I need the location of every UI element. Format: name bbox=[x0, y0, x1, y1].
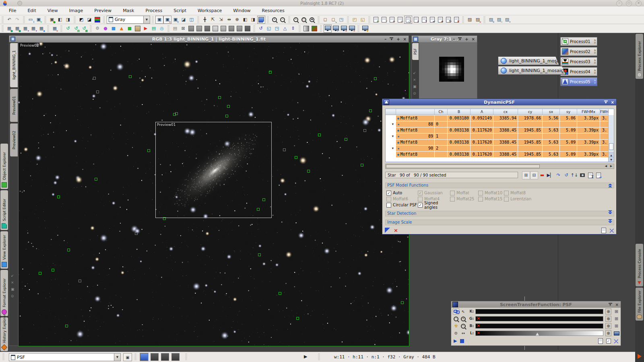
process-ellipse-icon[interactable]: ● bbox=[101, 25, 109, 33]
zoom-1-1-icon[interactable]: • bbox=[292, 16, 300, 24]
mask-slot-6-icon[interactable] bbox=[227, 25, 235, 33]
psf-window-titlebar[interactable]: Gray 7:1 ... – ▼ + × bbox=[412, 36, 477, 42]
image-view[interactable]: Preview02 Preview01 bbox=[18, 42, 409, 346]
menu-preview[interactable]: Preview bbox=[89, 6, 117, 15]
cell-expand[interactable]: ▼ bbox=[386, 134, 396, 139]
image-window-titlebar[interactable]: RGB 1:3 light_BINNING_1 | light-BINNING_… bbox=[9, 36, 409, 42]
process-circle-icon[interactable]: ◎ bbox=[158, 25, 166, 33]
modify-preview-icon[interactable]: ◰ bbox=[351, 16, 359, 24]
channel-selector-combo[interactable]: Gray ▼ bbox=[107, 16, 150, 24]
midtone-marker[interactable] bbox=[536, 333, 539, 335]
recalculate-button[interactable]: ↺ bbox=[562, 171, 570, 179]
close-view-icon[interactable]: × bbox=[11, 280, 14, 284]
shade-button[interactable]: ▼ bbox=[390, 37, 393, 41]
channel-reset-button[interactable]: ⊗ bbox=[605, 323, 611, 329]
fit-view-icon[interactable]: □ bbox=[300, 16, 308, 24]
scroll-right-button[interactable]: ▶ bbox=[609, 164, 614, 169]
close-button[interactable]: × bbox=[611, 100, 614, 105]
screen-right-icon[interactable]: ◨ bbox=[64, 16, 72, 24]
mask-slot-2-icon[interactable] bbox=[195, 25, 203, 33]
dock-tab-object-explorer[interactable]: Object Explorer bbox=[0, 144, 8, 189]
menu-workspace[interactable]: Workspace bbox=[192, 6, 227, 15]
split-channel-icon[interactable]: ◫ bbox=[188, 16, 196, 24]
export-synthetic-psf-button[interactable] bbox=[578, 171, 586, 179]
psf-fit-row[interactable]: ●Moffat80.0031800.0921493385.941978.665.… bbox=[386, 115, 609, 121]
mask-invert-icon[interactable]: ▨+ bbox=[487, 16, 495, 24]
mask-slot-5-icon[interactable] bbox=[219, 25, 227, 33]
process-item-process04[interactable]: Process04ND bbox=[560, 67, 597, 76]
scroll-thumb[interactable] bbox=[386, 165, 540, 168]
channel-reset-button[interactable]: ⊗ bbox=[605, 330, 611, 336]
table-vertical-scrollbar[interactable]: ▲ ▼ bbox=[608, 115, 614, 162]
display-swatch-1[interactable] bbox=[140, 353, 148, 361]
collapse-all-button[interactable]: ⊟ bbox=[530, 171, 538, 179]
column-header[interactable]: cy bbox=[518, 109, 543, 115]
dynamicpsf-titlebar[interactable]: DynamicPSF ▼ × bbox=[382, 99, 616, 105]
table-horizontal-scrollbar[interactable]: ◀ ▶ bbox=[385, 164, 614, 169]
zoom-in-mode-icon[interactable]: ⇱ bbox=[209, 16, 217, 24]
zoom-dot-icon[interactable]: · bbox=[453, 316, 459, 322]
mask-visible-icon[interactable]: ▨• bbox=[503, 16, 511, 24]
remove-mask-icon[interactable]: ▨× bbox=[474, 16, 482, 24]
shade-button[interactable]: ▼ bbox=[604, 101, 608, 104]
menu-view[interactable]: View bbox=[42, 6, 64, 15]
paste-window-icon[interactable]: ▣× bbox=[163, 16, 171, 24]
psf-fit-row[interactable]: ●Moffat80.0031380.1176203388.451945.855.… bbox=[386, 128, 609, 133]
screen-split-reset-icon[interactable]: × bbox=[348, 25, 356, 33]
edit-parameters-icon[interactable]: ⊞ bbox=[613, 309, 620, 315]
enable-checkbox[interactable]: ✓ bbox=[606, 339, 611, 343]
process-item-process05[interactable]: Process05ND bbox=[560, 77, 597, 86]
mask-enable-icon[interactable]: ▨− bbox=[495, 16, 503, 24]
wrench-icon[interactable]: ⚙ bbox=[453, 330, 459, 336]
scroll-thumb[interactable] bbox=[609, 143, 613, 150]
checkbox-gaussian[interactable]: ✓Gaussian bbox=[418, 191, 450, 195]
revert-image-icon[interactable]: ↵ bbox=[428, 16, 436, 24]
recycle-page-icon[interactable]: ↺▤ bbox=[72, 25, 80, 33]
image-properties-icon[interactable]: ∗ bbox=[436, 16, 444, 24]
scroll-down-button[interactable]: ▼ bbox=[609, 157, 614, 162]
column-header[interactable]: Ch bbox=[435, 109, 448, 115]
mask-slot-4-icon[interactable] bbox=[211, 25, 219, 33]
dock-tab-format-explorer[interactable]: Format Explorer bbox=[0, 270, 8, 316]
export-properties-button[interactable]: Σ bbox=[586, 171, 594, 179]
delete-star-button[interactable]: ▬ bbox=[538, 171, 546, 179]
h-arrows-icon[interactable]: ↔ bbox=[460, 330, 466, 336]
stf-slider-g-[interactable]: × bbox=[475, 316, 603, 321]
shade-button[interactable]: ▼ bbox=[458, 37, 462, 41]
view-item-light-binning-1-mosaic01[interactable]: light_BINNING_1_mosaic01N bbox=[498, 66, 566, 75]
checkbox-signed-angles[interactable]: ✓Signed angles bbox=[418, 201, 450, 210]
zoom-out-icon[interactable]: − bbox=[460, 323, 466, 329]
window-icon[interactable]: ▣ bbox=[11, 287, 14, 291]
dynamic-operation-icon[interactable]: ◳ bbox=[337, 16, 345, 24]
window-icon[interactable]: ▣ bbox=[413, 84, 417, 88]
shade-button[interactable]: ▼ bbox=[609, 303, 612, 306]
stf-slider-b-[interactable]: × bbox=[475, 323, 603, 329]
menu-edit[interactable]: Edit bbox=[22, 6, 41, 15]
menu-window[interactable]: Window bbox=[227, 6, 256, 15]
workspace-grid-icon[interactable]: ▦▪ bbox=[37, 25, 45, 33]
gray-gradient-icon[interactable] bbox=[302, 25, 310, 33]
scroll-left-button[interactable]: ◀ bbox=[603, 164, 609, 169]
view-tab-light-binning-1[interactable]: light_BINNING_1 bbox=[10, 43, 18, 87]
column-header[interactable] bbox=[386, 109, 396, 115]
readout-preview-icon[interactable]: ▲ bbox=[257, 16, 265, 24]
pointer-icon[interactable]: ↙ bbox=[11, 274, 14, 278]
column-header[interactable]: sy bbox=[560, 109, 577, 115]
minimize-button[interactable]: – bbox=[453, 37, 455, 41]
dock-tab-process-explorer[interactable]: Process Explorer⚙ bbox=[636, 34, 643, 79]
display-swatch-4[interactable] bbox=[171, 353, 180, 361]
iconize-image-icon[interactable]: ▣● bbox=[48, 16, 56, 24]
browse-documentation-button[interactable] bbox=[601, 228, 606, 233]
regenerate-button[interactable]: ↷ bbox=[554, 171, 562, 179]
process-cone-icon[interactable]: ▲ bbox=[118, 25, 126, 33]
new-script-icon[interactable]: ▤ bbox=[150, 25, 158, 33]
combo-dropdown-arrow[interactable]: ▼ bbox=[114, 354, 120, 361]
starfield-canvas[interactable] bbox=[19, 43, 409, 346]
screen-refresh-icon[interactable]: ↵ bbox=[332, 25, 340, 33]
reset-button[interactable]: ⤫ bbox=[610, 228, 614, 233]
menu-image[interactable]: Image bbox=[64, 6, 89, 15]
column-header[interactable]: FWH bbox=[600, 109, 609, 115]
zoom-out-icon[interactable]: − bbox=[279, 16, 287, 24]
section-psf-model-functions[interactable]: PSF Model Functions bbox=[385, 183, 614, 188]
checkbox-lorentzian[interactable]: Lorentzian bbox=[504, 197, 548, 202]
